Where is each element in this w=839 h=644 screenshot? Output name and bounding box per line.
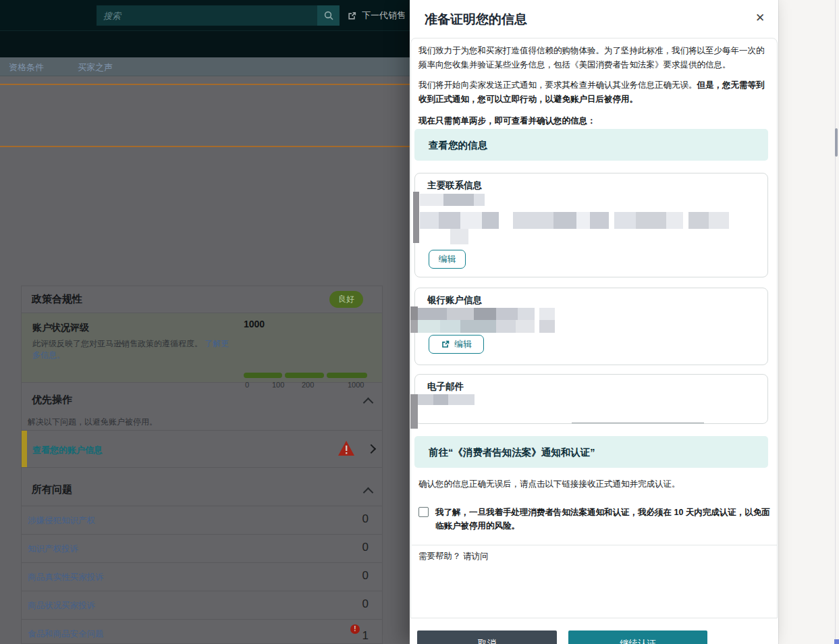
redacted-block bbox=[460, 212, 482, 229]
section-go-to-certification-title: 前往“《消费者告知法案》通知和认证” bbox=[429, 446, 595, 459]
edit-contact-button[interactable]: 编辑 bbox=[429, 250, 466, 269]
issue-row[interactable]: 商品状况买家投诉 0 bbox=[22, 591, 382, 619]
redacted-block bbox=[410, 306, 418, 320]
rating-score: 1000 bbox=[244, 319, 265, 329]
issue-count: 0 bbox=[362, 597, 369, 611]
chevron-up-icon[interactable] bbox=[363, 487, 374, 498]
next-gen-selling-label: 下一代销售 bbox=[362, 9, 406, 22]
scrollbar-track[interactable] bbox=[835, 0, 836, 644]
acknowledge-checkbox[interactable] bbox=[418, 507, 429, 517]
redacted-block bbox=[413, 192, 419, 243]
redacted-block bbox=[418, 320, 440, 333]
redacted-block bbox=[443, 194, 474, 206]
health-bar-segment bbox=[285, 373, 324, 378]
redacted-block bbox=[516, 320, 535, 333]
primary-contact-title: 主要联系信息 bbox=[427, 180, 482, 192]
next-gen-selling-link[interactable]: 下一代销售 bbox=[347, 9, 406, 22]
redacted-block bbox=[666, 212, 683, 229]
alert-badge-icon: ! bbox=[350, 624, 360, 634]
verify-information-modal: 准备证明您的信息 ✕ 我们致力于为您和买家打造值得信赖的购物体验。为了坚持此标准… bbox=[410, 0, 778, 644]
section-review-info-title: 查看您的信息 bbox=[429, 139, 487, 152]
modal-title: 准备证明您的信息 bbox=[425, 11, 527, 28]
priority-action-row[interactable]: 查看您的账户信息 bbox=[22, 430, 382, 468]
close-icon[interactable]: ✕ bbox=[753, 11, 767, 26]
redacted-block bbox=[518, 308, 535, 320]
input-underline bbox=[572, 423, 704, 423]
redacted-block bbox=[410, 320, 418, 333]
priority-actions-description: 解决以下问题，以避免账户被停用。 bbox=[28, 417, 157, 428]
cancel-button[interactable]: 取消 bbox=[417, 630, 557, 644]
search-input[interactable] bbox=[97, 5, 317, 26]
issue-row[interactable]: 商品真实性买家投诉 0 bbox=[22, 562, 382, 591]
redacted-block bbox=[539, 320, 555, 333]
priority-severity-bar bbox=[22, 431, 27, 467]
issue-count: 0 bbox=[362, 569, 369, 583]
warning-triangle-icon bbox=[337, 440, 355, 456]
issue-count: 0 bbox=[362, 541, 369, 554]
redacted-block bbox=[688, 212, 709, 229]
acknowledge-text: 我了解，一旦我着手处理消费者告知法案通知和认证，我必须在 10 天内完成认证，以… bbox=[435, 506, 772, 533]
redacted-block bbox=[539, 308, 555, 320]
chevron-right-icon bbox=[367, 444, 376, 454]
issue-row[interactable]: 食品和商品安全问题 ! 1 bbox=[22, 619, 382, 644]
external-link-icon bbox=[441, 340, 450, 349]
chevron-up-icon[interactable] bbox=[363, 398, 374, 408]
issue-row[interactable]: 涉嫌侵犯知识产权 0 bbox=[22, 506, 382, 534]
section-go-to-certification: 前往“《消费者告知法案》通知和认证” bbox=[414, 436, 768, 468]
issue-label[interactable]: 食品和商品安全问题 bbox=[28, 628, 104, 640]
redacted-block bbox=[420, 194, 443, 206]
redacted-block bbox=[448, 394, 475, 405]
redacted-block bbox=[418, 394, 433, 405]
redacted-block bbox=[474, 194, 485, 206]
scroll-corner-marker bbox=[834, 639, 839, 644]
redacted-block bbox=[576, 212, 590, 229]
redacted-block bbox=[440, 320, 460, 333]
account-health-rating-section: 账户状况评级 此评级反映了您对亚马逊销售政策的遵循程度。 了解更多信息。 100… bbox=[22, 313, 382, 383]
search-button[interactable] bbox=[317, 5, 340, 26]
edit-bank-button[interactable]: 编辑 bbox=[429, 335, 484, 354]
redacted-block bbox=[410, 394, 418, 429]
email-title: 电子邮件 bbox=[427, 381, 464, 393]
issue-label[interactable]: 知识产权投诉 bbox=[28, 543, 78, 555]
intro-paragraph: 我们致力于为您和买家打造值得信赖的购物体验。为了坚持此标准，我们将以至少每年一次… bbox=[418, 44, 772, 72]
review-account-info-link[interactable]: 查看您的账户信息 bbox=[32, 444, 103, 456]
external-link-icon bbox=[347, 11, 357, 21]
redacted-block bbox=[460, 320, 496, 333]
continue-certification-button[interactable]: 继续认证 bbox=[568, 630, 707, 644]
issue-label[interactable]: 涉嫌侵犯知识产权 bbox=[28, 515, 95, 527]
two-steps-paragraph: 现在只需简单两步，即可查看并确认您的信息： bbox=[418, 114, 772, 128]
redacted-block bbox=[450, 229, 468, 244]
redacted-block bbox=[420, 212, 439, 229]
issue-row[interactable]: 知识产权投诉 0 bbox=[22, 534, 382, 562]
policy-compliance-header: 政策合规性 良好 bbox=[22, 286, 382, 313]
redacted-block bbox=[590, 212, 609, 229]
redacted-block bbox=[709, 212, 729, 229]
section-review-info: 查看您的信息 bbox=[414, 129, 768, 161]
redacted-block bbox=[482, 212, 499, 229]
issue-label[interactable]: 商品真实性买家投诉 bbox=[28, 572, 104, 583]
modal-header: 准备证明您的信息 ✕ bbox=[410, 0, 778, 38]
notice-paragraph: 我们将开始向卖家发送正式通知，要求其检查并确认其业务信息正确无误。但是，您无需等… bbox=[418, 78, 772, 107]
rating-title: 账户状况评级 bbox=[32, 322, 89, 334]
confirm-paragraph: 确认您的信息正确无误后，请点击以下链接接收正式通知并完成认证。 bbox=[418, 477, 772, 491]
bank-account-title: 银行账户信息 bbox=[427, 294, 482, 306]
divider bbox=[412, 545, 778, 545]
issue-label[interactable]: 商品状况买家投诉 bbox=[28, 600, 95, 612]
bar-tick-200: 200 bbox=[302, 381, 314, 389]
tab-eligibility[interactable]: 资格条件 bbox=[9, 61, 44, 74]
bar-tick-0: 0 bbox=[245, 381, 249, 389]
scrollbar-thumb[interactable] bbox=[835, 128, 838, 157]
status-badge: 良好 bbox=[329, 291, 363, 308]
redacted-block bbox=[513, 212, 553, 229]
redacted-block bbox=[614, 212, 636, 229]
bar-tick-100: 100 bbox=[272, 381, 284, 389]
policy-compliance-card: 政策合规性 良好 账户状况评级 此评级反映了您对亚马逊销售政策的遵循程度。 了解… bbox=[21, 286, 383, 644]
page-right-gutter bbox=[778, 0, 839, 644]
redacted-block bbox=[433, 394, 448, 405]
bar-tick-1000: 1000 bbox=[348, 381, 364, 389]
issue-count: 0 bbox=[362, 512, 369, 526]
redacted-block bbox=[553, 212, 576, 229]
policy-compliance-title: 政策合规性 bbox=[32, 293, 82, 306]
tab-voice-of-customer[interactable]: 买家之声 bbox=[78, 61, 113, 74]
help-text: 需要帮助？ 请访问 bbox=[418, 549, 772, 564]
